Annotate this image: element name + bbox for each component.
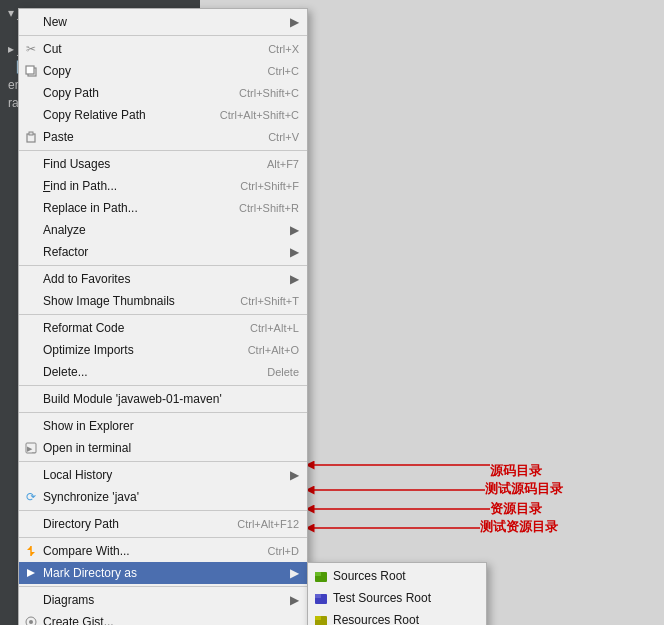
separator-3 <box>19 265 307 266</box>
sync-icon: ⟳ <box>23 489 39 505</box>
svg-marker-9 <box>27 569 35 577</box>
menu-item-dir-path[interactable]: Directory Path Ctrl+Alt+F12 <box>19 513 307 535</box>
arrow-test-resources-root <box>300 518 490 538</box>
menu-item-copy-relative[interactable]: Copy Relative Path Ctrl+Alt+Shift+C <box>19 104 307 126</box>
refactor-arrow: ▶ <box>290 245 299 259</box>
svg-rect-11 <box>315 572 321 576</box>
annotation-resources-root: 资源目录 <box>490 500 542 518</box>
separator-7 <box>19 461 307 462</box>
submenu-resources-root[interactable]: Resources Root <box>308 609 486 625</box>
find-in-path-icon <box>23 178 39 194</box>
svg-text:▶_: ▶_ <box>27 445 36 453</box>
replace-in-path-icon <box>23 200 39 216</box>
separator-6 <box>19 412 307 413</box>
find-usages-icon <box>23 156 39 172</box>
terminal-icon: ▶_ <box>23 440 39 456</box>
annotation-test-resources-root: 测试资源目录 <box>480 518 558 536</box>
mark-dir-arrow: ▶ <box>290 566 299 580</box>
menu-item-refactor[interactable]: Refactor ▶ <box>19 241 307 263</box>
menu-item-paste[interactable]: Paste Ctrl+V <box>19 126 307 148</box>
test-sources-root-label: Test Sources Root <box>333 591 431 605</box>
menu-item-compare-with[interactable]: Compare With... Ctrl+D <box>19 540 307 562</box>
dir-path-icon <box>23 516 39 532</box>
submenu-mark-directory: Sources Root Test Sources Root Resources… <box>307 562 487 625</box>
history-arrow: ▶ <box>290 468 299 482</box>
refactor-icon <box>23 244 39 260</box>
submenu-test-sources-root[interactable]: Test Sources Root <box>308 587 486 609</box>
menu-item-analyze[interactable]: Analyze ▶ <box>19 219 307 241</box>
separator-5 <box>19 385 307 386</box>
menu-item-optimize[interactable]: Optimize Imports Ctrl+Alt+O <box>19 339 307 361</box>
svg-rect-13 <box>315 594 321 598</box>
svg-rect-15 <box>315 616 321 620</box>
menu-item-cut[interactable]: ✂ Cut Ctrl+X <box>19 38 307 60</box>
menu-item-copy-path[interactable]: Copy Path Ctrl+Shift+C <box>19 82 307 104</box>
separator-8 <box>19 510 307 511</box>
menu-item-reformat[interactable]: Reformat Code Ctrl+Alt+L <box>19 317 307 339</box>
sources-root-icon <box>314 569 328 583</box>
arrow-test-sources-root <box>300 480 495 500</box>
copy-relative-icon <box>23 107 39 123</box>
menu-item-show-explorer[interactable]: Show in Explorer <box>19 415 307 437</box>
menu-item-find-usages[interactable]: Find Usages Alt+F7 <box>19 153 307 175</box>
new-icon <box>23 14 39 30</box>
menu-item-find-in-path[interactable]: Find in Path... Ctrl+Shift+F <box>19 175 307 197</box>
sources-root-label: Sources Root <box>333 569 406 583</box>
delete-icon <box>23 364 39 380</box>
menu-item-open-terminal[interactable]: ▶_ Open in terminal <box>19 437 307 459</box>
menu-item-delete[interactable]: Delete... Delete <box>19 361 307 383</box>
separator-2 <box>19 150 307 151</box>
separator-1 <box>19 35 307 36</box>
cut-icon: ✂ <box>23 41 39 57</box>
diagrams-arrow: ▶ <box>290 593 299 607</box>
resources-root-label: Resources Root <box>333 613 419 625</box>
diagrams-icon <box>23 592 39 608</box>
favorites-arrow: ▶ <box>290 272 299 286</box>
analyze-arrow: ▶ <box>290 223 299 237</box>
build-icon <box>23 391 39 407</box>
mark-dir-icon <box>23 565 39 581</box>
history-icon <box>23 467 39 483</box>
menu-item-synchronize[interactable]: ⟳ Synchronize 'java' <box>19 486 307 508</box>
svg-rect-1 <box>26 66 34 74</box>
resources-root-icon <box>314 613 328 625</box>
separator-10 <box>19 586 307 587</box>
context-menu: New ▶ ✂ Cut Ctrl+X Copy Ctrl+C Copy Path… <box>18 8 308 625</box>
image-icon <box>23 293 39 309</box>
paste-icon <box>23 129 39 145</box>
menu-item-build-module[interactable]: Build Module 'javaweb-01-maven' <box>19 388 307 410</box>
menu-item-add-favorites[interactable]: Add to Favorites ▶ <box>19 268 307 290</box>
optimize-icon <box>23 342 39 358</box>
arrow-resources-root <box>300 499 500 519</box>
analyze-icon <box>23 222 39 238</box>
menu-item-local-history[interactable]: Local History ▶ <box>19 464 307 486</box>
menu-item-diagrams[interactable]: Diagrams ▶ <box>19 589 307 611</box>
separator-9 <box>19 537 307 538</box>
menu-item-copy[interactable]: Copy Ctrl+C <box>19 60 307 82</box>
test-sources-root-icon <box>314 591 328 605</box>
explorer-icon <box>23 418 39 434</box>
annotation-sources-root: 源码目录 <box>490 462 542 480</box>
favorites-icon <box>23 271 39 287</box>
separator-4 <box>19 314 307 315</box>
arrow-icon: ▶ <box>290 15 299 29</box>
arrow-sources-root <box>300 450 500 480</box>
compare-icon <box>23 543 39 559</box>
menu-item-show-image[interactable]: Show Image Thumbnails Ctrl+Shift+T <box>19 290 307 312</box>
copy-icon <box>23 63 39 79</box>
menu-item-create-gist[interactable]: Create Gist... <box>19 611 307 625</box>
gist-icon <box>23 614 39 625</box>
annotation-test-sources-root: 测试源码目录 <box>485 480 563 498</box>
menu-item-replace-in-path[interactable]: Replace in Path... Ctrl+Shift+R <box>19 197 307 219</box>
menu-item-new[interactable]: New ▶ <box>19 11 307 33</box>
reformat-icon <box>23 320 39 336</box>
svg-rect-3 <box>29 132 33 135</box>
submenu-sources-root[interactable]: Sources Root <box>308 565 486 587</box>
svg-point-24 <box>29 620 33 624</box>
copy-path-icon <box>23 85 39 101</box>
menu-item-mark-directory[interactable]: Mark Directory as ▶ Sources Root Test So… <box>19 562 307 584</box>
